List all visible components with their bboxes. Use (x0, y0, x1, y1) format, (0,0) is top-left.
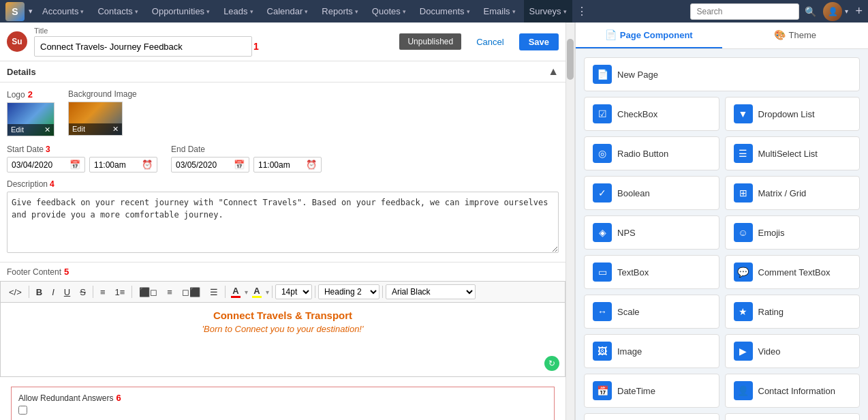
unordered-list-button[interactable]: ≡ (96, 285, 110, 299)
page-component-icon: 📄 (605, 29, 617, 40)
end-date-input[interactable] (176, 160, 234, 170)
start-time-input-wrapper[interactable]: ⏰ (89, 157, 157, 172)
chevron-down-icon: ▾ (135, 8, 138, 15)
component-multiselect-button[interactable]: ☰ MultiSelect List (725, 136, 861, 170)
start-time-input[interactable] (94, 160, 142, 170)
nav-item-surveys[interactable]: Surveys ▾ (524, 0, 572, 22)
highlight-color-button[interactable]: A (249, 284, 264, 299)
component-scale-button[interactable]: ↔ Scale (584, 295, 719, 329)
cancel-button[interactable]: Cancel (468, 33, 512, 50)
component-boolean-button[interactable]: ✓ Boolean (584, 176, 719, 210)
bg-edit-bar[interactable]: Edit ✕ (69, 123, 122, 135)
component-emojis-button[interactable]: ☺ Emojis (725, 215, 861, 250)
search-input[interactable] (690, 3, 799, 20)
nav-item-contacts[interactable]: Contacts ▾ (92, 0, 143, 22)
details-label: Details (7, 67, 36, 77)
chevron-down-icon: ▾ (467, 8, 470, 15)
component-image-button[interactable]: 🖼 Image (584, 334, 719, 368)
logo-close-icon[interactable]: ✕ (44, 125, 50, 134)
editor-content[interactable]: Connect Travels & Transport 'Born to Con… (0, 302, 565, 377)
font-family-select[interactable]: Arial BlackArialTimes New Roman (386, 284, 476, 299)
component-richtextbox-button[interactable]: 📄 Rich TextBox (584, 413, 719, 420)
component-nps-button[interactable]: ◈ NPS (584, 215, 719, 250)
font-color-button[interactable]: A (228, 284, 243, 299)
main-container: Su Title 1 Unpublished Cancel Save Detai… (0, 22, 868, 420)
component-video-button[interactable]: ▶ Video (725, 334, 861, 368)
right-panel-tabs: 📄 Page Component 🎨 Theme (576, 22, 868, 49)
logo-thumbnail: Edit ✕ (7, 102, 55, 136)
bold-button[interactable]: B (32, 285, 46, 299)
component-radio-button[interactable]: ◎ Radio Button (584, 136, 719, 170)
nav-item-emails[interactable]: Emails ▾ (478, 0, 521, 22)
add-button[interactable]: + (855, 4, 863, 18)
survey-title-input[interactable] (34, 36, 252, 57)
bg-close-icon[interactable]: ✕ (112, 125, 119, 134)
end-date-label: End Date (171, 145, 205, 154)
underline-button[interactable]: U (60, 285, 74, 299)
editor-line2: 'Born to Connect you to your destination… (7, 324, 558, 334)
strikethrough-button[interactable]: S (76, 285, 90, 299)
search-icon[interactable]: 🔍 (805, 6, 816, 17)
section-toggle-icon[interactable]: ▲ (548, 65, 559, 78)
nav-item-calendar[interactable]: Calendar ▾ (262, 0, 314, 22)
highlight-color-chevron[interactable]: ▾ (266, 288, 269, 296)
nav-item-quotes[interactable]: Quotes ▾ (367, 0, 412, 22)
new-page-button[interactable]: 📄 New Page (584, 57, 860, 91)
end-time-input[interactable] (258, 160, 306, 170)
unpublish-button[interactable]: Unpublished (399, 33, 461, 50)
vertical-scrollbar[interactable] (565, 22, 575, 420)
logo-edit-bar[interactable]: Edit ✕ (7, 124, 54, 136)
start-date-input-wrapper[interactable]: 📅 (7, 157, 85, 172)
emojis-icon: ☺ (734, 223, 753, 242)
user-avatar[interactable]: 👤 (823, 2, 842, 21)
component-checkbox-button[interactable]: ☑ CheckBox (584, 97, 719, 131)
nav-item-documents[interactable]: Documents ▾ (414, 0, 476, 22)
font-color-chevron[interactable]: ▾ (245, 288, 248, 296)
align-center-button[interactable]: ≡ (163, 285, 176, 299)
component-dropdown-button[interactable]: ▼ Dropdown List (725, 97, 861, 131)
app-logo[interactable]: S (5, 2, 25, 21)
justify-button[interactable]: ☰ (206, 285, 222, 299)
right-panel: 📄 Page Component 🎨 Theme 📄 New Page ☑ Ch… (575, 22, 868, 420)
editor-line1: Connect Travels & Transport (7, 310, 558, 321)
clock-icon[interactable]: ⏰ (142, 160, 153, 170)
italic-button[interactable]: I (48, 285, 59, 299)
allow-redundant-checkbox[interactable] (18, 406, 27, 415)
nav-item-reports[interactable]: Reports ▾ (316, 0, 364, 22)
tab-theme[interactable]: 🎨 Theme (722, 22, 869, 48)
nav-item-opportunities[interactable]: Opportunities ▾ (146, 0, 215, 22)
toolbar-separator (382, 286, 383, 298)
end-time-input-wrapper[interactable]: ⏰ (253, 157, 322, 172)
heading-select[interactable]: Heading 2Heading 1Heading 3Normal (318, 284, 379, 299)
description-textarea[interactable]: Give feedback on your recent journey wit… (7, 192, 559, 253)
align-left-button[interactable]: ⬛◻ (135, 285, 161, 299)
save-button[interactable]: Save (519, 33, 559, 50)
component-rating-button[interactable]: ★ Rating (725, 295, 861, 329)
align-right-button[interactable]: ◻⬛ (178, 285, 204, 299)
component-matrix-button[interactable]: ⊞ Matrix / Grid (725, 176, 861, 210)
clock-icon[interactable]: ⏰ (306, 160, 317, 170)
tab-page-component[interactable]: 📄 Page Component (576, 22, 722, 48)
source-button[interactable]: </> (5, 285, 26, 299)
font-size-select[interactable]: 14pt10pt12pt16pt18pt (275, 284, 312, 299)
component-attachment-button[interactable]: 📎 Attachment (725, 413, 861, 420)
component-datetime-button[interactable]: 📅 DateTime (584, 374, 719, 408)
allow-redundant-checkbox-wrapper (18, 406, 547, 417)
footer-num-marker: 5 (64, 267, 69, 277)
start-date-input[interactable] (12, 160, 69, 170)
rating-icon: ★ (734, 302, 753, 321)
nav-item-leads[interactable]: Leads ▾ (218, 0, 258, 22)
title-num-marker: 1 (253, 41, 259, 52)
more-options-icon[interactable]: ⋮ (576, 5, 587, 18)
component-comment-button[interactable]: 💬 Comment TextBox (725, 255, 861, 289)
calendar-icon[interactable]: 📅 (69, 160, 80, 170)
nav-item-accounts[interactable]: Accounts ▾ (37, 0, 89, 22)
left-panel: Su Title 1 Unpublished Cancel Save Detai… (0, 22, 565, 420)
calendar-icon[interactable]: 📅 (234, 160, 245, 170)
dropdown-icon: ▼ (734, 104, 753, 123)
ordered-list-button[interactable]: 1≡ (110, 285, 129, 299)
refresh-button[interactable]: ↻ (544, 356, 559, 371)
component-textbox-button[interactable]: ▭ TextBox (584, 255, 719, 289)
end-date-input-wrapper[interactable]: 📅 (171, 157, 249, 172)
component-contact-button[interactable]: 👤 Contact Information (725, 374, 861, 408)
